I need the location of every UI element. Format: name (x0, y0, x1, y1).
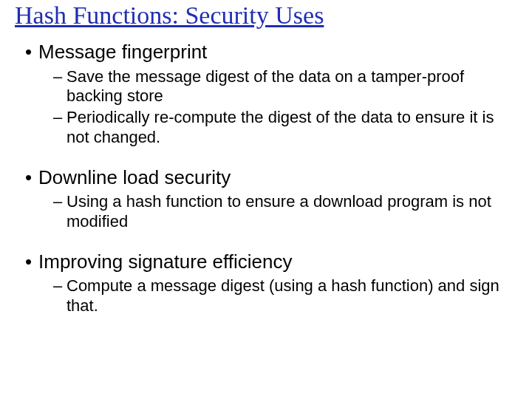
bullet-list: Message fingerprint Save the message dig… (15, 40, 517, 316)
sub-list: Using a hash function to ensure a downlo… (38, 192, 517, 232)
sub-bullet-text: Compute a message digest (using a hash f… (66, 276, 499, 315)
sub-list: Save the message digest of the data on a… (38, 67, 517, 148)
sub-bullet-text: Using a hash function to ensure a downlo… (66, 192, 491, 231)
bullet-text: Message fingerprint (38, 41, 207, 63)
sub-list: Compute a message digest (using a hash f… (38, 276, 517, 316)
slide-title: Hash Functions: Security Uses (15, 1, 517, 30)
list-item: Using a hash function to ensure a downlo… (53, 192, 517, 232)
list-item: Periodically re-compute the digest of th… (53, 108, 517, 148)
slide: Hash Functions: Security Uses Message fi… (0, 1, 532, 399)
list-item: Save the message digest of the data on a… (53, 67, 517, 107)
bullet-text: Downline load security (38, 166, 231, 188)
list-item: Downline load security Using a hash func… (25, 166, 517, 232)
bullet-text: Improving signature efficiency (38, 250, 292, 273)
list-item: Compute a message digest (using a hash f… (53, 276, 517, 316)
sub-bullet-text: Periodically re-compute the digest of th… (66, 108, 494, 146)
list-item: Improving signature efficiency Compute a… (25, 250, 517, 316)
list-item: Message fingerprint Save the message dig… (25, 40, 517, 148)
sub-bullet-text: Save the message digest of the data on a… (66, 67, 464, 106)
